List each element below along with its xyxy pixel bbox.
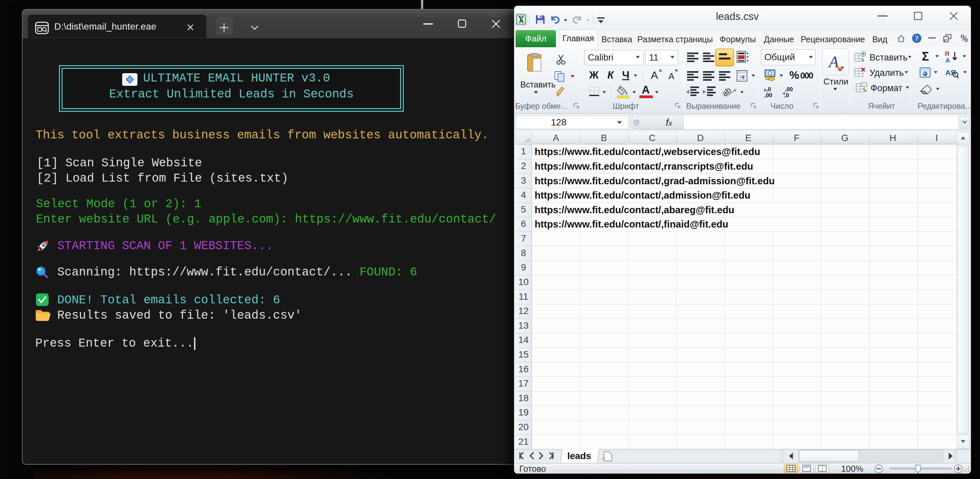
svg-text:Я: Я <box>945 50 950 57</box>
svg-text:?: ? <box>915 34 919 42</box>
svg-text:,0: ,0 <box>766 86 771 92</box>
svg-text:,00: ,00 <box>785 86 793 92</box>
svg-text:,0: ,0 <box>784 92 789 98</box>
svg-text:,00: ,00 <box>764 92 772 98</box>
svg-text:A: A <box>945 57 950 64</box>
